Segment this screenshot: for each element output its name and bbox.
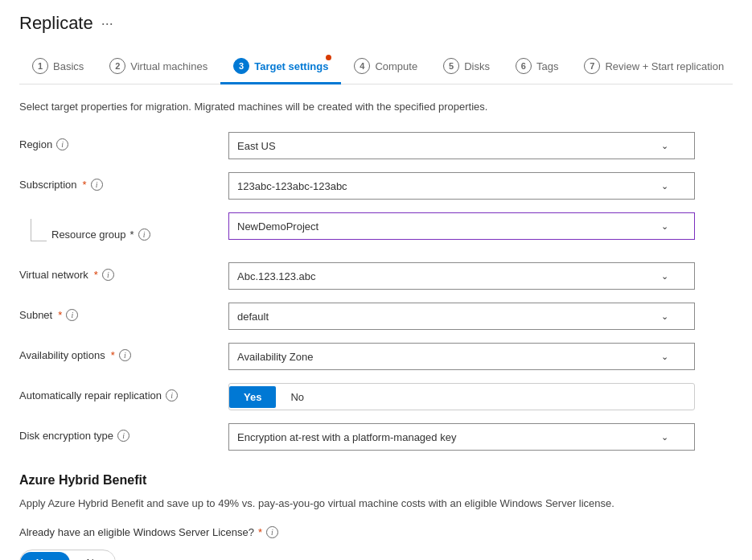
resource-group-info-icon[interactable]: i xyxy=(138,229,150,241)
step-review[interactable]: 7 Review + Start replication xyxy=(571,50,737,84)
resource-group-row: Resource group * i NewDemoProject ⌄ xyxy=(19,212,733,249)
region-select[interactable]: East US ⌄ xyxy=(228,132,695,159)
subnet-row: Subnet * i default ⌄ xyxy=(19,303,733,330)
subscription-info-icon[interactable]: i xyxy=(91,179,103,191)
disk-encryption-chevron-icon: ⌄ xyxy=(661,432,668,443)
region-row: Region i East US ⌄ xyxy=(19,132,733,159)
subnet-select[interactable]: default ⌄ xyxy=(228,303,695,330)
disk-encryption-info-icon[interactable]: i xyxy=(117,430,129,442)
availability-options-label: Availability options xyxy=(19,349,105,361)
step-target-settings[interactable]: 3 Target settings xyxy=(220,50,341,84)
virtual-network-chevron-icon: ⌄ xyxy=(661,271,668,282)
availability-options-select[interactable]: Availability Zone ⌄ xyxy=(228,343,695,370)
step-tags-label: Tags xyxy=(536,60,558,72)
resource-group-select[interactable]: NewDemoProject ⌄ xyxy=(228,212,695,240)
availability-options-chevron-icon: ⌄ xyxy=(661,352,668,362)
resource-group-label: Resource group xyxy=(51,229,126,241)
hybrid-toggle: Yes No xyxy=(19,550,116,561)
resource-group-chevron-icon: ⌄ xyxy=(661,221,668,232)
subnet-info-icon[interactable]: i xyxy=(66,309,78,321)
hybrid-benefit-description: Apply Azure Hybrid Benefit and save up t… xyxy=(19,496,733,512)
hybrid-already-have-label: Already have an eligible Windows Server … xyxy=(19,526,254,538)
region-chevron-icon: ⌄ xyxy=(661,141,668,151)
subnet-label: Subnet xyxy=(19,309,52,321)
virtual-network-row: Virtual network * i Abc.123.123.abc ⌄ xyxy=(19,262,733,290)
step-virtual-machines-label: Virtual machines xyxy=(130,60,208,72)
subscription-select[interactable]: 123abc-123abc-123abc ⌄ xyxy=(228,172,695,200)
subscription-chevron-icon: ⌄ xyxy=(661,181,668,191)
step-virtual-machines[interactable]: 2 Virtual machines xyxy=(97,50,220,84)
auto-repair-label: Automatically repair replication xyxy=(19,389,162,401)
region-label: Region xyxy=(19,138,52,150)
subnet-chevron-icon: ⌄ xyxy=(661,311,668,322)
virtual-network-label: Virtual network xyxy=(19,269,88,281)
step-tags[interactable]: 6 Tags xyxy=(503,50,571,84)
auto-repair-toggle: Yes No xyxy=(228,383,695,410)
auto-repair-info-icon[interactable]: i xyxy=(166,389,178,401)
more-options-icon[interactable]: ··· xyxy=(101,15,113,32)
subscription-label: Subscription xyxy=(19,179,77,191)
disk-encryption-row: Disk encryption type i Encryption at-res… xyxy=(19,423,733,451)
step-disks[interactable]: 5 Disks xyxy=(430,50,503,84)
virtual-network-select[interactable]: Abc.123.123.abc ⌄ xyxy=(228,262,695,290)
step-compute[interactable]: 4 Compute xyxy=(341,50,430,84)
wizard-steps: 1 Basics 2 Virtual machines 3 Target set… xyxy=(19,50,733,84)
hybrid-benefit-title: Azure Hybrid Benefit xyxy=(19,473,733,488)
virtual-network-info-icon[interactable]: i xyxy=(102,269,114,281)
region-info-icon[interactable]: i xyxy=(56,138,68,150)
availability-options-info-icon[interactable]: i xyxy=(119,349,131,361)
hybrid-already-have-info-icon[interactable]: i xyxy=(266,526,278,538)
disk-encryption-select[interactable]: Encryption at-rest with a platform-manag… xyxy=(228,423,695,451)
step-compute-label: Compute xyxy=(375,60,417,72)
hybrid-yes-button[interactable]: Yes xyxy=(20,552,70,560)
step-target-settings-label: Target settings xyxy=(254,60,328,72)
hybrid-already-have-row: Already have an eligible Windows Server … xyxy=(19,526,733,538)
notification-dot xyxy=(326,55,331,60)
availability-options-row: Availability options * i Availability Zo… xyxy=(19,343,733,370)
step-review-label: Review + Start replication xyxy=(605,60,724,72)
page-description: Select target properties for migration. … xyxy=(19,101,733,113)
auto-repair-no-button[interactable]: No xyxy=(276,386,318,408)
step-basics-label: Basics xyxy=(53,60,84,72)
auto-repair-yes-button[interactable]: Yes xyxy=(229,386,276,408)
step-basics[interactable]: 1 Basics xyxy=(19,50,97,84)
indent-decoration xyxy=(31,219,47,241)
hybrid-no-button[interactable]: No xyxy=(70,552,116,560)
step-disks-label: Disks xyxy=(464,60,490,72)
disk-encryption-label: Disk encryption type xyxy=(19,430,113,442)
page-title: Replicate xyxy=(19,13,93,34)
page-header: Replicate ··· xyxy=(19,13,733,34)
auto-repair-row: Automatically repair replication i Yes N… xyxy=(19,383,733,410)
subscription-row: Subscription * i 123abc-123abc-123abc ⌄ xyxy=(19,172,733,200)
